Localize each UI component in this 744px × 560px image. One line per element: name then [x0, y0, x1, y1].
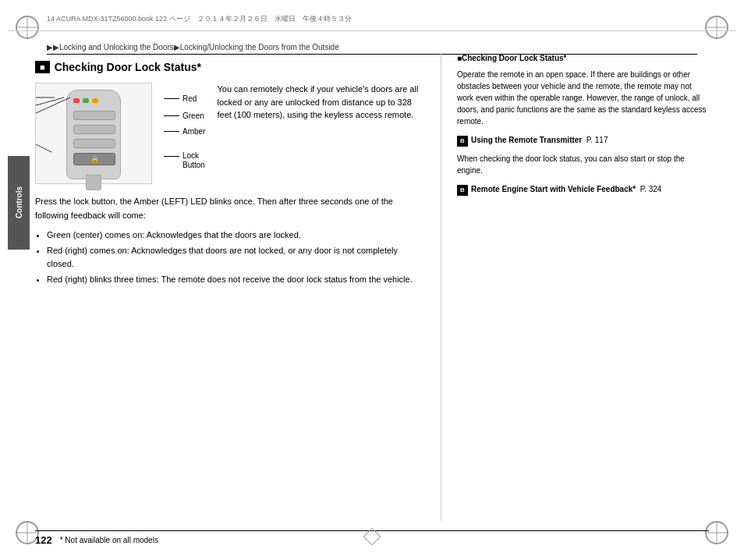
label-green-line	[164, 115, 179, 116]
ref-link-2: B Remote Engine Start with Vehicle Feedb…	[457, 184, 709, 196]
key-lock-button: 🔒	[73, 153, 115, 165]
label-amber-text: Amber	[182, 127, 205, 136]
ref-icon-2: B	[457, 185, 468, 196]
svg-line-2	[36, 97, 70, 113]
ref-text-2: Remote Engine Start with Vehicle Feedbac…	[471, 184, 661, 195]
led-amber	[92, 98, 98, 103]
label-lock-line	[164, 156, 179, 157]
main-content: ■ Checking Door Lock Status* 🔒	[35, 53, 709, 521]
label-lock-text: LockButton	[182, 151, 205, 170]
label-green: Green	[164, 109, 205, 122]
ref-icon-1: B	[457, 136, 468, 147]
bullet-list: Green (center) comes on: Acknowledges th…	[47, 229, 425, 286]
ref2-page: P. 324	[640, 185, 662, 193]
key-description: You can remotely check if your vehicle's…	[217, 83, 425, 184]
body-paragraph: Press the lock button, the Amber (LEFT) …	[35, 195, 425, 222]
section-title: Checking Door Lock Status*	[55, 61, 201, 73]
label-red-text: Red	[182, 94, 197, 103]
label-red-line	[164, 98, 179, 99]
label-lock: LockButton	[164, 151, 205, 173]
ref2-strong: Remote Engine Start with Vehicle Feedbac…	[471, 185, 636, 193]
label-amber: Amber	[164, 125, 205, 137]
footer-note: * Not available on all models	[60, 536, 158, 544]
key-body: 🔒	[66, 90, 121, 179]
header-bar: 14 ACURA MDX-31TZ56000.book 122 ページ ２０１４…	[8, 8, 736, 31]
key-btn-2	[73, 125, 115, 134]
ref-link-1: B Using the Remote Transmitter P. 117	[457, 135, 709, 147]
ref-text-1: Using the Remote Transmitter P. 117	[471, 135, 608, 146]
ref1-page: P. 117	[586, 136, 608, 144]
key-image: 🔒	[35, 83, 152, 184]
ref1-strong: Using the Remote Transmitter	[471, 136, 582, 144]
side-tab: Controls	[8, 156, 30, 250]
left-column: ■ Checking Door Lock Status* 🔒	[35, 53, 441, 521]
label-red: Red	[164, 92, 205, 105]
bullet-item-3: Red (right) blinks three times: The remo…	[47, 273, 425, 287]
key-btn-1	[73, 111, 115, 120]
right-col-body: Operate the remote in an open space. If …	[457, 69, 709, 127]
label-green-text: Green	[182, 112, 204, 120]
page-number: 122	[35, 534, 52, 546]
svg-line-1	[36, 97, 64, 105]
file-info: 14 ACURA MDX-31TZ56000.book 122 ページ ２０１４…	[47, 14, 352, 24]
led-red	[73, 98, 80, 103]
key-blade	[86, 175, 101, 190]
key-btn-3	[73, 139, 115, 148]
label-amber-line	[164, 131, 179, 132]
heading-box: ■	[35, 61, 50, 73]
key-labels: Red Green Amber LockButton	[164, 83, 205, 184]
right-col-separator: When checking the door lock status, you …	[457, 153, 709, 176]
side-tab-label: Controls	[15, 186, 23, 218]
svg-line-3	[36, 144, 51, 152]
bullet-item-2: Red (right) comes on: Acknowledges that …	[47, 244, 425, 271]
key-diagram: 🔒	[35, 83, 425, 184]
bullet-item-1: Green (center) comes on: Acknowledges th…	[47, 229, 425, 243]
right-col-heading: ■Checking Door Lock Status*	[457, 53, 709, 64]
right-column: ■Checking Door Lock Status* Operate the …	[441, 53, 709, 521]
section-heading: ■ Checking Door Lock Status*	[35, 61, 425, 73]
led-green	[83, 98, 89, 103]
